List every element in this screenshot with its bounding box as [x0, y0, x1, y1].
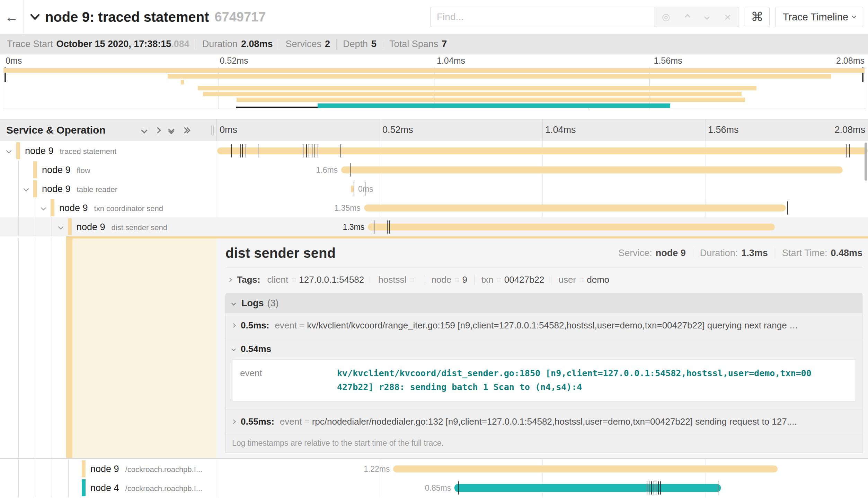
expand-one-icon[interactable] [154, 127, 161, 133]
starttime-meta-value: 0.48ms [831, 248, 862, 259]
log-field-value: kv/kvclient/kvcoord/dist_sender.go:1850 … [337, 366, 848, 394]
span-name-cell[interactable]: node 9/cockroach.roachpb.I... [0, 459, 217, 478]
span-tree-chevron-icon[interactable] [42, 205, 45, 211]
match-target-icon[interactable]: ◎ [662, 11, 670, 22]
minimap-span-bar [237, 98, 745, 102]
span-timeline-cell[interactable]: 1.6ms [217, 160, 868, 179]
logs-collapse-icon[interactable] [231, 301, 236, 306]
tag-item[interactable]: client=127.0.0.1:54582 [267, 274, 364, 285]
tag-key: hostssl [378, 274, 406, 285]
selected-span-color-strip [66, 238, 72, 458]
tree-guide-line [18, 160, 19, 179]
trace-title-group[interactable]: node 9: traced statement 6749717 [30, 9, 430, 25]
span-name-cell[interactable]: node 9traced statement [0, 141, 217, 160]
divider [693, 248, 693, 258]
span-duration-bar[interactable] [364, 205, 786, 211]
collapse-trace-chevron-icon[interactable] [30, 12, 40, 22]
span-duration-bar[interactable] [393, 465, 777, 472]
log-marker-tick [303, 144, 303, 157]
span-row[interactable]: node 9flow1.6ms [0, 160, 868, 179]
column-resize-handle[interactable] [211, 126, 214, 135]
tree-guide-line [35, 198, 35, 217]
span-operation-name: /cockroach.roachpb.I... [125, 484, 203, 492]
span-operation-name: /cockroach.roachpb.I... [125, 465, 203, 473]
span-timeline-cell[interactable]: 1.3ms [217, 217, 868, 236]
span-service-name: node 9table reader [42, 183, 117, 194]
log-entry-3[interactable]: 0.55ms: event = rpc/nodedialer/nodediale… [226, 409, 862, 434]
tag-key: client [267, 274, 288, 285]
keyboard-shortcuts-button[interactable]: ⌘ [745, 7, 770, 27]
span-detail-card: dist sender send Service: node 9 Duratio… [216, 238, 868, 458]
log-marker-tick [387, 220, 388, 234]
span-row[interactable]: node 4/cockroach.roachpb.I...0.85ms [0, 478, 868, 497]
span-timeline-cell[interactable]: 1.22ms [217, 459, 868, 478]
logs-header[interactable]: Logs (3) [225, 293, 862, 313]
span-duration-label: 0.85ms [425, 483, 454, 492]
log-entry-1[interactable]: 0.5ms: event = kv/kvclient/kvcoord/range… [226, 313, 862, 338]
span-name-cell[interactable]: node 9table reader [0, 179, 217, 198]
span-tree-chevron-icon[interactable] [59, 224, 63, 230]
collapse-one-icon[interactable] [141, 127, 147, 133]
span-row[interactable]: node 9txn coordinator send1.35ms [0, 198, 868, 217]
span-tree-chevron-icon[interactable] [24, 186, 28, 192]
span-name-cell[interactable]: node 4/cockroach.roachpb.I... [0, 478, 217, 497]
trace-timeline-body: node 9traced statementnode 9flow1.6msnod… [0, 141, 868, 497]
span-duration-label: 0ms [358, 184, 373, 193]
find-input[interactable] [430, 7, 654, 27]
divider [336, 39, 337, 49]
span-row[interactable]: node 9dist sender send1.3ms [0, 217, 868, 236]
tags-row[interactable]: Tags: client=127.0.0.1:54582hostssl=node… [225, 268, 862, 291]
tag-item[interactable]: hostssl= [378, 274, 417, 285]
span-timeline-cell[interactable]: 1.35ms [217, 198, 868, 217]
back-button[interactable]: ← [0, 0, 24, 34]
log-entry-2-header[interactable]: 0.54ms [226, 338, 862, 359]
span-color-strip [33, 180, 37, 197]
span-duration-bar[interactable] [368, 224, 775, 230]
trace-view-selector[interactable]: Trace Timeline [775, 7, 863, 27]
trace-id: 6749717 [214, 10, 266, 25]
span-color-strip [51, 199, 54, 216]
span-timeline-cell[interactable] [217, 141, 868, 160]
span-row[interactable]: node 9traced statement [0, 141, 868, 160]
tag-key: txn [481, 274, 494, 285]
span-timeline-cell[interactable]: 0.85ms [217, 478, 868, 497]
back-arrow-icon: ← [5, 9, 19, 25]
span-operation-name: txn coordinator send [94, 204, 163, 212]
tags-expand-icon[interactable] [228, 278, 232, 282]
span-name-cell[interactable]: node 9flow [0, 160, 217, 179]
tag-item[interactable]: node=9 [431, 274, 467, 285]
span-color-strip [82, 460, 86, 477]
span-name-cell[interactable]: node 9txn coordinator send [0, 198, 217, 217]
tag-item[interactable]: user=demo [558, 274, 609, 285]
command-icon: ⌘ [751, 10, 763, 24]
span-duration-bar[interactable] [454, 484, 721, 492]
total-spans-label: Total Spans [389, 39, 438, 49]
log-marker-tick [246, 144, 246, 157]
divider [371, 275, 371, 285]
clear-find-icon[interactable]: × [724, 10, 731, 24]
span-tree-chevron-icon[interactable] [7, 148, 11, 154]
collapse-all-icon[interactable] [169, 127, 174, 133]
tag-value: 127.0.0.1:54582 [299, 274, 364, 285]
next-result-icon[interactable] [705, 15, 709, 19]
span-timeline-cell[interactable]: 0ms [217, 179, 868, 198]
prev-result-icon[interactable] [685, 15, 690, 19]
log-expand-icon [231, 419, 236, 424]
span-row[interactable]: node 9table reader0ms [0, 179, 868, 198]
rows-scrollbar-thumb[interactable] [865, 143, 867, 181]
log-equals: = [299, 320, 304, 331]
expand-all-icon[interactable] [183, 128, 189, 133]
span-name-cell[interactable]: node 9dist sender send [0, 217, 217, 236]
span-service-name: node 9/cockroach.roachpb.I... [90, 463, 202, 474]
minimap-canvas[interactable] [3, 67, 865, 109]
tag-item[interactable]: txn=00427b22 [481, 274, 544, 285]
log-marker-tick [458, 481, 459, 495]
span-row[interactable]: node 9/cockroach.roachpb.I...1.22ms [0, 459, 868, 478]
starttime-meta-label: Start Time: [782, 248, 827, 259]
span-color-strip [16, 142, 20, 159]
span-duration-bar[interactable] [341, 166, 843, 173]
duration-label: Duration [202, 39, 238, 49]
tag-value: demo [587, 274, 609, 285]
span-duration-bar[interactable] [351, 185, 354, 192]
tree-guide-line [18, 198, 19, 217]
